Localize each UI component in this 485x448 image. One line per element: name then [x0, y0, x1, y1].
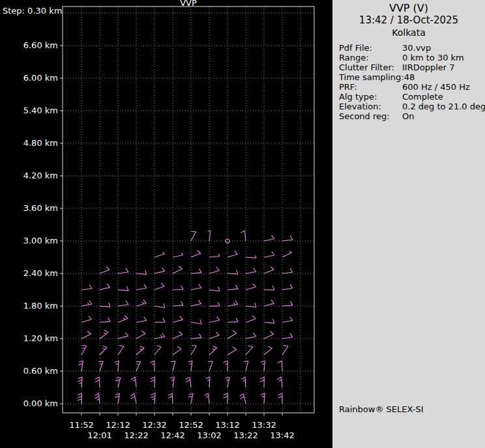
wind-barb	[186, 377, 191, 387]
wind-barb	[100, 330, 108, 339]
x-axis-label: 13:02	[197, 430, 221, 440]
wind-barb	[100, 346, 107, 355]
field-label: Clutter Filter:	[339, 63, 402, 72]
wind-barb	[136, 346, 144, 355]
wind-barb	[78, 377, 82, 387]
wind-barb	[228, 347, 237, 355]
wind-barb	[282, 346, 288, 355]
info-fields: Pdf File: 30.vvp Range: 0 km to 30 km Cl…	[339, 43, 485, 121]
wind-barb	[154, 346, 161, 355]
wind-barb	[154, 252, 164, 257]
wind-barb	[173, 331, 183, 339]
wind-barb	[209, 287, 220, 292]
wind-barb	[278, 393, 282, 404]
wind-barb	[264, 266, 274, 273]
field-label: Second reg:	[339, 111, 402, 121]
wind-barb	[100, 318, 110, 322]
x-axis-label: 12:12	[106, 420, 130, 430]
wind-barb	[208, 361, 213, 371]
wind-barb	[100, 284, 110, 290]
info-panel: VVP (V) 13:42 / 18-Oct-2025 Kolkata Pdf …	[332, 0, 485, 448]
y-axis-label: 4.80 km	[23, 138, 58, 148]
wind-barb	[131, 377, 136, 387]
y-axis-label: 4.20 km	[23, 171, 58, 180]
wind-barb	[136, 285, 147, 290]
wind-barb	[150, 361, 154, 371]
panel-site: Kolkata	[332, 27, 485, 38]
wind-barb	[81, 300, 92, 306]
x-axis-label: 12:01	[87, 430, 111, 440]
field-row: Alg type: Complete	[339, 92, 485, 102]
wind-barb	[170, 377, 175, 387]
wind-barb	[118, 287, 128, 291]
wind-barb	[228, 301, 238, 306]
wind-barb	[282, 333, 293, 339]
wind-barb	[173, 285, 183, 290]
wind-barb	[246, 333, 256, 339]
wind-barb	[136, 331, 145, 339]
wind-barb	[136, 270, 147, 275]
wind-barb	[191, 250, 201, 257]
wind-barb	[209, 254, 220, 257]
wind-barb	[118, 346, 124, 355]
y-axis-label: 6.00 km	[23, 73, 58, 83]
wind-barb	[95, 377, 100, 387]
wind-barb	[115, 377, 121, 387]
y-axis-label: 3.00 km	[23, 236, 58, 245]
field-row: Range: 0 km to 30 km	[339, 53, 485, 63]
wind-barb	[224, 361, 228, 371]
wind-barb	[209, 267, 219, 273]
x-axis-label: 13:12	[215, 420, 239, 430]
field-value: 30.vvp	[402, 43, 431, 53]
wind-barb	[261, 361, 265, 371]
wind-barb	[168, 393, 173, 404]
wind-barb	[260, 377, 264, 387]
wind-barb	[154, 283, 164, 290]
wind-barb	[115, 361, 119, 371]
field-label: Range:	[339, 53, 402, 63]
y-axis-label: 2.40 km	[23, 268, 58, 278]
wind-barb	[191, 300, 201, 306]
wind-barb	[246, 255, 256, 258]
wind-barb	[246, 268, 256, 273]
wind-barb	[100, 303, 110, 307]
y-axis-label: 1.80 km	[23, 301, 58, 311]
field-value: 0.2 deg to 21.0 deg	[402, 102, 485, 111]
wind-barb	[191, 346, 196, 355]
wind-barb	[224, 393, 228, 404]
wind-barb	[136, 361, 141, 371]
field-row: Second reg: On	[339, 111, 485, 121]
wind-barb	[277, 377, 282, 387]
wind-barb	[282, 285, 293, 290]
wind-barb	[278, 361, 282, 371]
wind-barb	[209, 302, 220, 306]
y-axis-label: 5.40 km	[23, 105, 58, 115]
field-value: 600 Hz / 450 Hz	[402, 82, 470, 92]
field-row: Elevation: 0.2 deg to 21.0 deg	[339, 102, 485, 111]
wind-barb	[241, 231, 246, 241]
wind-barb	[228, 331, 237, 339]
wind-barb	[209, 346, 217, 355]
wind-barb	[225, 377, 229, 387]
wind-barb	[78, 393, 82, 404]
field-label: Pdf File:	[339, 43, 402, 53]
wind-barb	[191, 320, 201, 324]
wind-barb	[191, 284, 201, 290]
wind-barb	[100, 266, 110, 273]
panel-datetime: 13:42 / 18-Oct-2025	[332, 15, 485, 26]
wind-barb	[246, 346, 252, 355]
wind-barb	[264, 319, 274, 324]
x-axis-label: 12:42	[160, 430, 184, 440]
wind-barb	[173, 253, 183, 257]
wind-barb	[81, 316, 91, 322]
y-axis-label: 3.60 km	[23, 203, 58, 213]
wind-barb	[264, 235, 274, 241]
wind-barb	[206, 377, 211, 387]
wind-barb	[264, 251, 274, 257]
y-axis-label: 6.60 km	[23, 40, 58, 50]
wind-barb	[191, 231, 196, 241]
wind-barb	[282, 301, 293, 306]
wind-barb	[282, 236, 293, 241]
field-label: Elevation:	[339, 102, 402, 111]
wind-barb	[78, 361, 83, 371]
